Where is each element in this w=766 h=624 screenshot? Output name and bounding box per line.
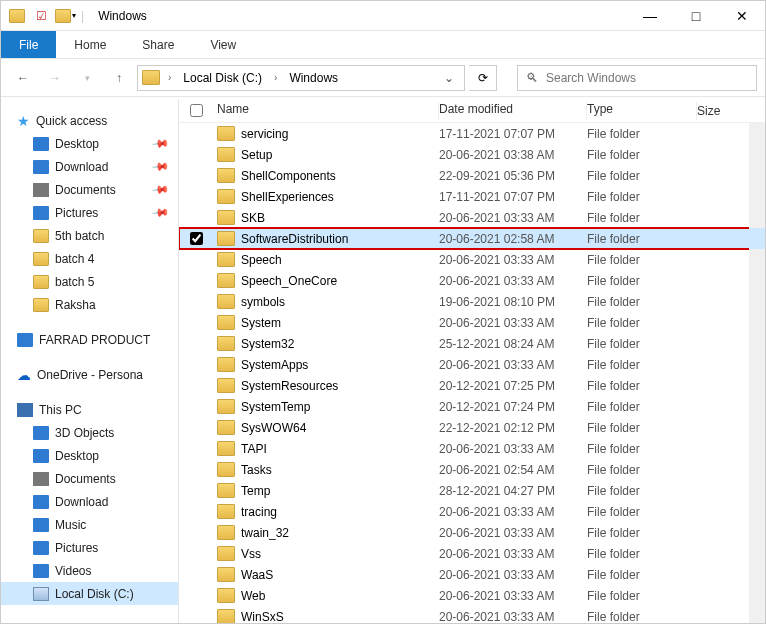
file-name: Tasks xyxy=(241,463,272,477)
sidebar-item-5th-batch[interactable]: 5th batch xyxy=(1,224,178,247)
file-row[interactable]: twain_3220-06-2021 03:33 AMFile folder xyxy=(179,522,765,543)
file-name: Setup xyxy=(241,148,272,162)
file-row[interactable]: SoftwareDistribution20-06-2021 02:58 AMF… xyxy=(179,228,765,249)
select-all-checkbox[interactable] xyxy=(190,104,203,117)
sidebar-item-raksha[interactable]: Raksha xyxy=(1,293,178,316)
file-row[interactable]: System3225-12-2021 08:24 AMFile folder xyxy=(179,333,765,354)
file-row[interactable]: tracing20-06-2021 03:33 AMFile folder xyxy=(179,501,765,522)
file-name: tracing xyxy=(241,505,277,519)
sidebar-item-label: Pictures xyxy=(55,206,98,220)
sidebar-item-label: Documents xyxy=(55,183,116,197)
file-row[interactable]: servicing17-11-2021 07:07 PMFile folder xyxy=(179,123,765,144)
minimize-button[interactable]: ― xyxy=(627,1,673,31)
file-row[interactable]: System20-06-2021 03:33 AMFile folder xyxy=(179,312,765,333)
blue-icon xyxy=(33,495,49,509)
ribbon: File Home Share View xyxy=(1,31,765,59)
scrollbar[interactable] xyxy=(749,123,765,623)
file-type: File folder xyxy=(587,169,697,183)
sidebar-onedrive[interactable]: ☁ OneDrive - Persona xyxy=(1,363,178,386)
chevron-right-icon[interactable]: › xyxy=(166,72,173,83)
folder-icon xyxy=(217,336,235,351)
sidebar-item-documents[interactable]: Documents xyxy=(1,467,178,490)
sidebar-quick-access[interactable]: ★ Quick access xyxy=(1,109,178,132)
file-type: File folder xyxy=(587,190,697,204)
sidebar-item-3d-objects[interactable]: 3D Objects xyxy=(1,421,178,444)
file-type: File folder xyxy=(587,148,697,162)
sidebar-item-label: 5th batch xyxy=(55,229,104,243)
column-size[interactable]: Size xyxy=(697,104,757,118)
back-button[interactable]: ← xyxy=(9,64,37,92)
breadcrumb-drive[interactable]: Local Disk (C:) xyxy=(179,71,266,85)
sidebar-item-download[interactable]: Download xyxy=(1,490,178,513)
file-row[interactable]: Setup20-06-2021 03:38 AMFile folder xyxy=(179,144,765,165)
sidebar-item-documents[interactable]: Documents📌 xyxy=(1,178,178,201)
file-type: File folder xyxy=(587,358,697,372)
sidebar-item-batch-4[interactable]: batch 4 xyxy=(1,247,178,270)
sidebar-item-download[interactable]: Download📌 xyxy=(1,155,178,178)
file-row[interactable]: Temp28-12-2021 04:27 PMFile folder xyxy=(179,480,765,501)
file-date: 22-09-2021 05:36 PM xyxy=(439,169,587,183)
tab-view[interactable]: View xyxy=(192,31,254,58)
address-dropdown-icon[interactable]: ⌄ xyxy=(438,71,460,85)
folder-icon xyxy=(33,275,49,289)
folder-icon[interactable] xyxy=(7,6,27,26)
sidebar-this-pc[interactable]: This PC xyxy=(1,398,178,421)
properties-icon[interactable]: ☑ xyxy=(31,6,51,26)
breadcrumb-folder[interactable]: Windows xyxy=(285,71,342,85)
column-date[interactable]: Date modified xyxy=(439,102,587,120)
file-row[interactable]: WaaS20-06-2021 03:33 AMFile folder xyxy=(179,564,765,585)
file-row[interactable]: symbols19-06-2021 08:10 PMFile folder xyxy=(179,291,765,312)
sidebar-item-music[interactable]: Music xyxy=(1,513,178,536)
sidebar-item-desktop[interactable]: Desktop xyxy=(1,444,178,467)
file-row[interactable]: SystemApps20-06-2021 03:33 AMFile folder xyxy=(179,354,765,375)
address-bar[interactable]: › Local Disk (C:) › Windows ⌄ xyxy=(137,65,465,91)
file-row[interactable]: Vss20-06-2021 03:33 AMFile folder xyxy=(179,543,765,564)
file-row[interactable]: ShellComponents22-09-2021 05:36 PMFile f… xyxy=(179,165,765,186)
file-date: 20-12-2021 07:25 PM xyxy=(439,379,587,393)
sidebar-item-videos[interactable]: Videos xyxy=(1,559,178,582)
column-type[interactable]: Type xyxy=(587,102,697,120)
gray-icon xyxy=(33,183,49,197)
file-date: 20-06-2021 03:33 AM xyxy=(439,610,587,624)
column-name[interactable]: Name xyxy=(213,102,439,120)
tab-share[interactable]: Share xyxy=(124,31,192,58)
file-type: File folder xyxy=(587,232,697,246)
file-row[interactable]: SystemResources20-12-2021 07:25 PMFile f… xyxy=(179,375,765,396)
file-row[interactable]: Speech20-06-2021 03:33 AMFile folder xyxy=(179,249,765,270)
up-button[interactable]: ↑ xyxy=(105,64,133,92)
tab-file[interactable]: File xyxy=(1,31,56,58)
file-row[interactable]: SKB20-06-2021 03:33 AMFile folder xyxy=(179,207,765,228)
column-headers: Name Date modified Type Size xyxy=(179,99,765,123)
file-row[interactable]: TAPI20-06-2021 03:33 AMFile folder xyxy=(179,438,765,459)
file-date: 20-06-2021 03:33 AM xyxy=(439,316,587,330)
file-name: Speech_OneCore xyxy=(241,274,337,288)
sidebar-item-desktop[interactable]: Desktop📌 xyxy=(1,132,178,155)
file-row[interactable]: SysWOW6422-12-2021 02:12 PMFile folder xyxy=(179,417,765,438)
blue-icon xyxy=(33,206,49,220)
row-checkbox[interactable] xyxy=(190,232,203,245)
maximize-button[interactable]: □ xyxy=(673,1,719,31)
sidebar-item-batch-5[interactable]: batch 5 xyxy=(1,270,178,293)
file-row[interactable]: Tasks20-06-2021 02:54 AMFile folder xyxy=(179,459,765,480)
file-row[interactable]: WinSxS20-06-2021 03:33 AMFile folder xyxy=(179,606,765,623)
forward-button[interactable]: → xyxy=(41,64,69,92)
refresh-button[interactable]: ⟳ xyxy=(469,65,497,91)
sidebar-item-pictures[interactable]: Pictures xyxy=(1,536,178,559)
sidebar-item-local-disk-c-[interactable]: Local Disk (C:) xyxy=(1,582,178,605)
close-button[interactable]: ✕ xyxy=(719,1,765,31)
sidebar-item-pictures[interactable]: Pictures📌 xyxy=(1,201,178,224)
file-row[interactable]: SystemTemp20-12-2021 07:24 PMFile folder xyxy=(179,396,765,417)
tab-home[interactable]: Home xyxy=(56,31,124,58)
recent-locations-dropdown[interactable]: ▾ xyxy=(73,64,101,92)
file-row[interactable]: Web20-06-2021 03:33 AMFile folder xyxy=(179,585,765,606)
file-name: servicing xyxy=(241,127,288,141)
search-input[interactable]: 🔍︎ Search Windows xyxy=(517,65,757,91)
sidebar-item-label: Documents xyxy=(55,472,116,486)
file-row[interactable]: Speech_OneCore20-06-2021 03:33 AMFile fo… xyxy=(179,270,765,291)
qat-dropdown-icon[interactable]: ▾ xyxy=(55,6,75,26)
file-name: SoftwareDistribution xyxy=(241,232,348,246)
star-icon: ★ xyxy=(17,114,30,128)
file-row[interactable]: ShellExperiences17-11-2021 07:07 PMFile … xyxy=(179,186,765,207)
chevron-right-icon[interactable]: › xyxy=(272,72,279,83)
sidebar-farrad[interactable]: FARRAD PRODUCT xyxy=(1,328,178,351)
